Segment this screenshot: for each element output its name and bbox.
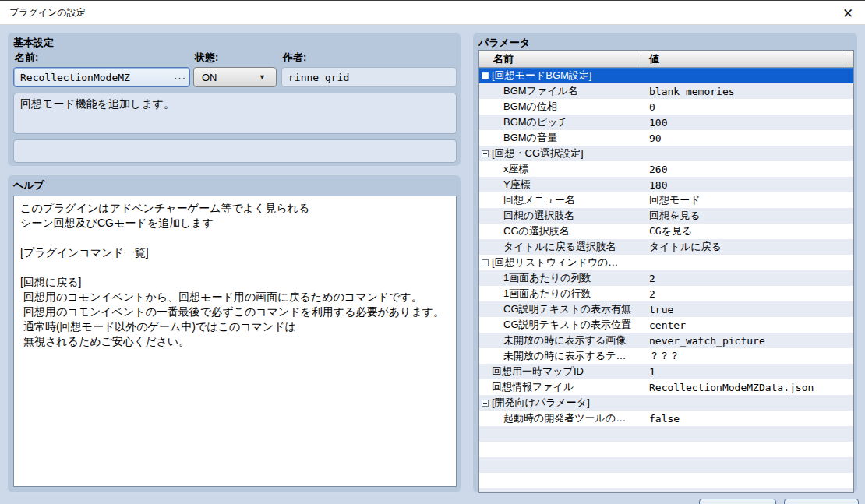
cancel-button[interactable] [784,499,859,504]
param-name-cell: CG説明テキストの表示位置 [479,318,641,332]
column-header-name[interactable]: 名前 [479,51,641,67]
param-name-cell: 未開放の時に表示するテ… [479,349,641,363]
param-name-cell: x座標 [479,162,641,176]
plugin-description-box: 回想モード機能を追加します。 [13,93,457,134]
param-name-cell: BGMの位相 [479,100,641,114]
param-name: CG説明テキストの表示位置 [503,318,631,332]
help-panel: ヘルプ このプラグインはアドベンチャーゲーム等でよく見られる シーン回想及びCG… [6,174,462,494]
param-value: never_watch_picture [641,335,853,347]
table-row[interactable] [479,442,853,457]
param-name: BGMの音量 [503,131,557,145]
param-value: 2 [641,288,853,300]
param-value: true [641,304,853,315]
table-row[interactable]: 回想情報ファイルRecollectionModeMZData.json [479,379,853,395]
param-name-cell: [回想・CG選択設定] [479,146,641,160]
param-name: CGの選択肢名 [503,224,570,238]
plugin-name-field[interactable]: RecollectionModeMZ ··· [13,67,190,87]
param-name-cell: 1画面あたりの行数 [479,287,641,301]
param-value: 100 [641,117,853,129]
param-value: RecollectionModeMZData.json [641,382,853,393]
param-name: 回想用一時マップID [492,365,584,379]
table-row[interactable]: BGMの音量90 [479,130,853,146]
param-name-cell: BGMのピッチ [479,115,641,129]
table-row[interactable]: タイトルに戻る選択肢名タイトルに戻る [479,239,853,255]
parameter-table: 名前 値 [回想モードBGM設定]BGMファイル名blank_memoriesB… [478,50,854,493]
table-row[interactable]: 起動時の開発者ツールの…false [479,411,853,426]
param-value: 回想モード [641,193,853,207]
table-row[interactable]: 回想メニュー名回想モード [479,192,853,208]
table-row[interactable]: 1画面あたりの列数2 [479,270,853,286]
plugin-name-value: RecollectionModeMZ [14,72,171,83]
table-row[interactable]: BGMファイル名blank_memories [479,83,853,99]
table-header: 名前 値 [479,51,853,68]
chevron-down-icon: ▼ [259,73,276,81]
table-row[interactable]: Y座標180 [479,177,853,192]
parameters-title: パラメータ [478,36,530,50]
collapse-minus-icon[interactable] [482,150,489,157]
table-row[interactable]: BGMのピッチ100 [479,115,853,130]
basic-settings-panel: 基本設定 名前: 状態: 作者: RecollectionModeMZ ··· … [6,31,462,167]
param-value: タイトルに戻る [641,240,853,254]
table-row[interactable]: 回想用一時マップID1 [479,364,853,379]
table-row[interactable]: 1画面あたりの行数2 [479,286,853,301]
param-name-cell: 1画面あたりの列数 [479,271,641,285]
table-row[interactable] [479,488,853,493]
table-row[interactable]: 回想の選択肢名回想を見る [479,208,853,224]
collapse-minus-icon[interactable] [482,400,489,407]
param-name: 回想メニュー名 [503,193,575,207]
param-value: ？？？ [641,349,853,363]
name-label: 名前: [15,51,38,65]
author-value: rinne_grid [288,72,349,83]
param-name: BGMファイル名 [503,84,578,98]
param-value: blank_memories [641,86,853,97]
table-row[interactable]: x座標260 [479,161,853,177]
table-body: [回想モードBGM設定]BGMファイル名blank_memoriesBGMの位相… [479,68,853,493]
param-name-cell: 回想情報ファイル [479,380,641,394]
ok-button[interactable] [699,499,776,504]
param-value: 2 [641,273,853,284]
column-header-value[interactable]: 値 [641,51,842,67]
param-name: CG説明テキストの表示有無 [503,302,631,316]
status-select[interactable]: ON ▼ [193,67,277,87]
parameters-panel: パラメータ 名前 値 [回想モードBGM設定]BGMファイル名blank_mem… [471,31,859,494]
param-value: false [641,413,853,425]
param-name: 1画面あたりの列数 [503,271,591,285]
param-name-cell: 回想の選択肢名 [479,209,641,223]
param-name: 1画面あたりの行数 [503,287,591,301]
table-row[interactable]: [回想・CG選択設定] [479,146,853,161]
status-label: 状態: [195,51,218,65]
table-row[interactable]: BGMの位相0 [479,99,853,115]
collapse-minus-icon[interactable] [482,72,489,79]
browse-button[interactable]: ··· [171,72,189,83]
param-name-cell: [開発向けパラメータ] [479,396,641,410]
table-row[interactable]: 未開放の時に表示するテ…？？？ [479,348,853,364]
author-field[interactable]: rinne_grid [281,67,457,87]
param-name-cell: CG説明テキストの表示有無 [479,302,641,316]
param-name: BGMのピッチ [503,115,568,129]
table-row[interactable]: CG説明テキストの表示位置center [479,317,853,333]
table-row[interactable]: [回想モードBGM設定] [479,68,853,83]
param-name-cell: [回想リストウィンドウの… [479,256,641,270]
table-row[interactable]: 未開放の時に表示する画像never_watch_picture [479,333,853,348]
author-label: 作者: [283,51,306,65]
window-title: プラグインの設定 [0,6,86,19]
table-row[interactable]: [回想リストウィンドウの… [479,255,853,270]
title-bar: プラグインの設定 ✕ [0,1,865,25]
help-text-area[interactable]: このプラグインはアドベンチャーゲーム等でよく見られる シーン回想及びCGモードを… [13,196,457,487]
param-value: 90 [641,132,853,144]
table-row[interactable]: CG説明テキストの表示有無true [479,301,853,317]
table-row[interactable]: [開発向けパラメータ] [479,395,853,411]
collapse-minus-icon[interactable] [482,259,489,266]
param-name-cell: BGMファイル名 [479,84,641,98]
column-header-extra [842,51,853,67]
help-title: ヘルプ [13,178,44,192]
table-row[interactable]: CGの選択肢名CGを見る [479,224,853,239]
param-value: 180 [641,179,853,191]
table-row[interactable] [479,426,853,442]
table-row[interactable] [479,457,853,473]
table-row[interactable] [479,473,853,488]
plugin-description: 回想モード機能を追加します。 [20,97,175,110]
close-icon[interactable]: ✕ [837,4,859,23]
param-name: 起動時の開発者ツールの… [503,411,626,425]
param-value: center [641,319,853,331]
